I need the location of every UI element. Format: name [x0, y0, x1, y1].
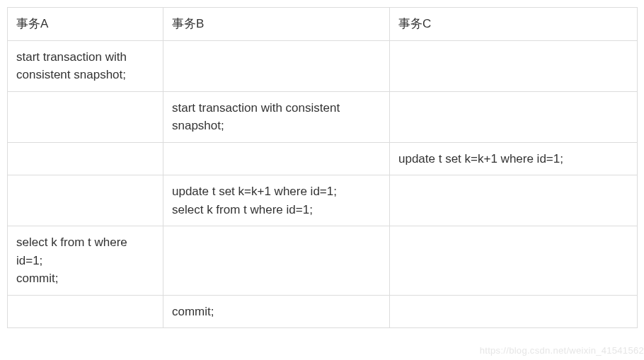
- table-container: 事务A 事务B 事务C start transaction with consi…: [0, 0, 644, 335]
- table-row: update t set k=k+1 where id=1; select k …: [8, 175, 638, 226]
- cell-a: [8, 142, 163, 175]
- cell-b: commit;: [163, 295, 390, 328]
- table-row: start transaction with consistent snapsh…: [8, 40, 638, 91]
- cell-a: [8, 175, 163, 226]
- col-header-c: 事务C: [390, 8, 638, 41]
- cell-c: [390, 295, 638, 328]
- col-header-a: 事务A: [8, 8, 163, 41]
- transaction-table: 事务A 事务B 事务C start transaction with consi…: [7, 7, 638, 328]
- watermark-text: https://blog.csdn.net/weixin_41541562: [480, 345, 644, 356]
- cell-c: [390, 175, 638, 226]
- cell-a: [8, 295, 163, 328]
- cell-b: update t set k=k+1 where id=1; select k …: [163, 175, 390, 226]
- cell-c: update t set k=k+1 where id=1;: [390, 142, 638, 175]
- table-row: start transaction with consistent snapsh…: [8, 91, 638, 142]
- cell-c: [390, 91, 638, 142]
- table-row: update t set k=k+1 where id=1;: [8, 142, 638, 175]
- cell-a: start transaction with consistent snapsh…: [8, 40, 163, 91]
- col-header-b: 事务B: [163, 8, 390, 41]
- cell-a: [8, 91, 163, 142]
- cell-b: [163, 226, 390, 296]
- cell-c: [390, 226, 638, 296]
- table-header-row: 事务A 事务B 事务C: [8, 8, 638, 41]
- cell-b: [163, 40, 390, 91]
- cell-b: [163, 142, 390, 175]
- table-row: select k from t where id=1; commit;: [8, 226, 638, 296]
- cell-a: select k from t where id=1; commit;: [8, 226, 163, 296]
- cell-b: start transaction with consistent snapsh…: [163, 91, 390, 142]
- table-row: commit;: [8, 295, 638, 328]
- cell-c: [390, 40, 638, 91]
